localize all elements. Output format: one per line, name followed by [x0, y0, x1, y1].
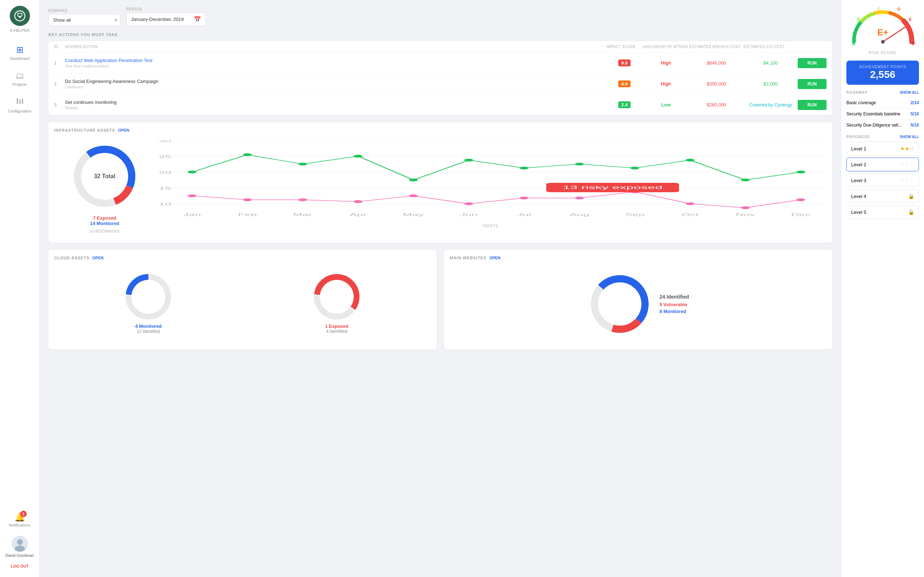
actions-table-header: ID ADVISED ACTION IMPACT SCORE LIKELIHOO… [48, 41, 832, 53]
run-button-2[interactable]: RUN [798, 79, 827, 89]
period-filter: PERIOD January-December, 2019 📅 [126, 7, 206, 26]
level-label-3: Level 4 [851, 193, 866, 199]
col-impact: IMPACT SCORE [606, 45, 643, 49]
websites-vulnerable: 5 Vulnerable [659, 302, 689, 307]
roadmap-item-1: Security Essentials baseline 5/10 [846, 108, 919, 120]
roadmap-progress-2: 5/10 [911, 122, 919, 128]
configuration-icon [16, 97, 24, 108]
svg-text:Jan: Jan [183, 213, 201, 217]
likelihood-1: High [643, 60, 690, 66]
roadmap-item-0: Basic coverage 2/14 [846, 97, 919, 108]
svg-point-40 [520, 197, 529, 200]
cloud-chart-1: 4 Monitored 12 identified [123, 272, 174, 334]
websites-donut [587, 272, 652, 337]
action-row-3: 3 Set continues monitoring Weekly 2.4 Lo… [48, 95, 832, 115]
period-label: PERIOD [126, 7, 206, 11]
action-sub-3: Weekly [65, 106, 606, 110]
roadmap-label-1: Security Essentials baseline [846, 111, 900, 116]
roadmap-header: ROADMAP SHOW ALL [846, 90, 919, 95]
action-details-3: Set continues monitoring Weekly [65, 100, 606, 110]
svg-text:May: May [403, 213, 424, 217]
roadmap-title: ROADMAP [846, 90, 868, 95]
roadmap-progress-1: 5/10 [911, 111, 919, 116]
level-stars-2: ☆☆☆ [900, 177, 914, 183]
sidebar-item-notifications[interactable]: 🔔 3 Notifications [0, 507, 39, 532]
breach-cost-1: $846,000 [690, 60, 743, 66]
level-label-2: Level 3 [851, 178, 866, 183]
svg-rect-5 [22, 99, 23, 104]
infrastructure-card: INFRASTRUCTURE ASSETS OPEN 32 Total [48, 122, 832, 243]
svg-point-28 [520, 167, 529, 169]
level-item-2[interactable]: Level 3 ☆☆☆ [846, 174, 919, 187]
roadmap-label-0: Basic coverage [846, 100, 876, 105]
action-title-2: Do Social Engineering Awareness Campaign [65, 79, 606, 84]
storage-identified: 4 Identified [325, 329, 348, 334]
svg-rect-3 [16, 98, 18, 104]
col-run [798, 45, 827, 49]
fix-cost-3: Covered by Cynergy [743, 102, 798, 108]
sidebar-item-configuration[interactable]: Configuration [0, 92, 39, 118]
cloud-monitored: 4 Monitored [135, 324, 162, 329]
svg-point-33 [796, 171, 805, 174]
svg-point-37 [354, 200, 363, 203]
breach-cost-3: $280,000 [690, 102, 743, 108]
svg-point-22 [188, 171, 197, 174]
level-item-0[interactable]: Level 1 ★★☆ [846, 142, 919, 155]
websites-status: OPEN [489, 256, 501, 260]
col-fix: ESTIMATED FIX COST Estimation of how muc… [743, 45, 798, 49]
period-input[interactable]: January-December, 2019 📅 [126, 13, 206, 26]
level-label-4: Level 5 [851, 210, 866, 215]
achievement-score: 2,556 [851, 69, 914, 81]
level-item-1[interactable]: Level 2 ☆☆☆ [846, 158, 919, 171]
svg-text:30: 30 [159, 140, 171, 143]
filters-row: DOMAINS Show all PERIOD January-December… [48, 7, 832, 26]
run-button-1[interactable]: RUN [798, 58, 827, 68]
svg-point-31 [686, 159, 695, 161]
total-label: 32 Total [94, 173, 115, 180]
achievement-box: ACHIEVEMENT POINTS 2,556 [846, 61, 919, 85]
svg-point-29 [575, 163, 584, 166]
svg-point-30 [630, 167, 639, 169]
roadmap-label-2: Security Due-Diligence sell... [846, 122, 901, 128]
key-actions-card: ID ADVISED ACTION IMPACT SCORE LIKELIHOO… [48, 41, 832, 115]
monitored-legend: 14 Monitored [90, 221, 120, 226]
roadmap-show-all[interactable]: SHOW ALL [900, 90, 919, 95]
notification-badge: 3 [20, 511, 27, 517]
svg-text:B: B [857, 17, 860, 22]
domains-select-wrap[interactable]: Show all [48, 14, 121, 26]
storage-donut [312, 272, 362, 322]
svg-point-45 [796, 198, 805, 201]
action-details-1: Conduct Web Application Penetration Test… [65, 58, 606, 68]
lock-icon-5: 🔒 [908, 209, 914, 215]
websites-title: MAIN WEBSITES [450, 256, 486, 260]
action-sub-1: One time implementation [65, 64, 606, 68]
avatar[interactable] [12, 536, 28, 552]
cloud-title: CLOUD ASSETS [54, 256, 89, 260]
cloud-donut-1 [123, 272, 174, 322]
sidebar-item-dashboard[interactable]: ⊞ Dashboard [0, 40, 39, 66]
main-content: DOMAINS Show all PERIOD January-December… [40, 0, 841, 577]
action-title-3: Set continues monitoring [65, 100, 606, 105]
score-badge-1: 9.8 [618, 60, 630, 66]
gauge-wrap: A B C D E F E+ RISK SCORE [846, 6, 919, 55]
domains-select[interactable]: Show all [48, 14, 121, 26]
main-websites-card: MAIN WEBSITES OPEN 24 Identified 5 Vulne… [444, 250, 832, 350]
achievement-title: ACHIEVEMENT POINTS [851, 65, 914, 69]
websites-content: 24 Identified 5 Vulnerable 8 Monitored [450, 264, 827, 344]
run-button-3[interactable]: RUN [798, 100, 827, 110]
likelihood-3: Low [643, 102, 690, 108]
action-id-2: 2 [54, 82, 65, 87]
svg-point-34 [188, 194, 197, 197]
roadmap-item-2: Security Due-Diligence sell... 5/10 [846, 120, 919, 131]
storage-legend: 1 Exposed 4 Identified [325, 324, 348, 334]
infrastructure-title: INFRASTRUCTURE ASSETS [54, 128, 115, 132]
websites-header: MAIN WEBSITES OPEN [450, 256, 827, 260]
impact-score-3: 2.4 [606, 102, 643, 108]
svg-point-32 [741, 179, 750, 181]
sidebar-item-projects[interactable]: 🗂 Projects [0, 66, 39, 92]
logout-button[interactable]: LOG OUT [10, 561, 29, 571]
infrastructure-header: INFRASTRUCTURE ASSETS OPEN [54, 128, 827, 132]
svg-point-43 [686, 202, 695, 205]
progress-show-all[interactable]: SHOW ALL [900, 135, 919, 139]
action-title-1[interactable]: Conduct Web Application Penetration Test [65, 58, 606, 63]
